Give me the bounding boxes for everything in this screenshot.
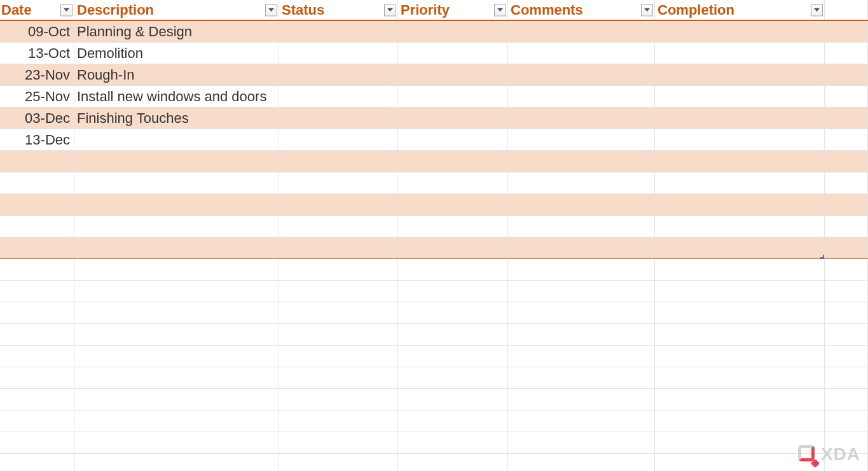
empty-cell[interactable] bbox=[655, 367, 825, 388]
cell-description[interactable] bbox=[74, 151, 279, 172]
empty-cell[interactable] bbox=[279, 411, 398, 432]
empty-cell[interactable] bbox=[825, 64, 868, 85]
cell-status[interactable] bbox=[279, 237, 398, 258]
cell-status[interactable] bbox=[279, 43, 398, 64]
empty-cell[interactable] bbox=[74, 411, 279, 432]
empty-cell[interactable] bbox=[279, 346, 398, 367]
empty-cell[interactable] bbox=[655, 259, 825, 280]
cell-completion[interactable] bbox=[655, 21, 825, 42]
cell-priority[interactable] bbox=[398, 43, 508, 64]
empty-cell[interactable] bbox=[74, 324, 279, 345]
empty-cell[interactable] bbox=[825, 259, 868, 280]
empty-cell[interactable] bbox=[0, 302, 74, 323]
cell-priority[interactable] bbox=[398, 108, 508, 129]
empty-cell[interactable] bbox=[398, 389, 508, 410]
cell-date[interactable]: 13-Dec bbox=[0, 129, 74, 150]
cell-comments[interactable] bbox=[508, 108, 655, 129]
empty-cell[interactable] bbox=[655, 389, 825, 410]
filter-button-status[interactable] bbox=[384, 4, 396, 16]
cell-priority[interactable] bbox=[398, 237, 508, 258]
cell-date[interactable]: 13-Oct bbox=[0, 43, 74, 64]
empty-cell[interactable] bbox=[825, 411, 868, 432]
empty-cell[interactable] bbox=[655, 324, 825, 345]
column-header-description[interactable]: Description bbox=[74, 0, 279, 20]
cell-priority[interactable] bbox=[398, 151, 508, 172]
empty-cell[interactable] bbox=[74, 346, 279, 367]
cell-completion[interactable] bbox=[655, 129, 825, 150]
cell-comments[interactable] bbox=[508, 216, 655, 237]
empty-cell[interactable] bbox=[398, 454, 508, 471]
empty-cell[interactable] bbox=[825, 151, 868, 172]
empty-cell[interactable] bbox=[0, 389, 74, 410]
cell-description[interactable]: Demolition bbox=[74, 43, 279, 64]
cell-priority[interactable] bbox=[398, 21, 508, 42]
filter-button-date[interactable] bbox=[60, 4, 72, 16]
cell-description[interactable] bbox=[74, 237, 279, 258]
cell-comments[interactable] bbox=[508, 194, 655, 215]
cell-comments[interactable] bbox=[508, 64, 655, 85]
empty-cell[interactable] bbox=[825, 346, 868, 367]
empty-cell[interactable] bbox=[74, 367, 279, 388]
empty-cell[interactable] bbox=[825, 216, 868, 237]
cell-date[interactable] bbox=[0, 216, 74, 237]
empty-cell[interactable] bbox=[825, 0, 868, 20]
cell-priority[interactable] bbox=[398, 172, 508, 193]
empty-cell[interactable] bbox=[825, 108, 868, 129]
empty-cell[interactable] bbox=[655, 346, 825, 367]
empty-cell[interactable] bbox=[655, 302, 825, 323]
empty-cell[interactable] bbox=[508, 346, 655, 367]
cell-description[interactable] bbox=[74, 216, 279, 237]
empty-cell[interactable] bbox=[398, 346, 508, 367]
empty-cell[interactable] bbox=[398, 324, 508, 345]
filter-button-comments[interactable] bbox=[641, 4, 653, 16]
empty-cell[interactable] bbox=[655, 281, 825, 302]
cell-status[interactable] bbox=[279, 21, 398, 42]
empty-cell[interactable] bbox=[74, 259, 279, 280]
cell-status[interactable] bbox=[279, 194, 398, 215]
empty-cell[interactable] bbox=[279, 389, 398, 410]
empty-cell[interactable] bbox=[398, 411, 508, 432]
cell-date[interactable]: 23-Nov bbox=[0, 64, 74, 85]
empty-cell[interactable] bbox=[74, 302, 279, 323]
empty-cell[interactable] bbox=[279, 302, 398, 323]
cell-completion[interactable] bbox=[655, 151, 825, 172]
cell-status[interactable] bbox=[279, 86, 398, 107]
cell-comments[interactable] bbox=[508, 86, 655, 107]
empty-cell[interactable] bbox=[825, 172, 868, 193]
empty-cell[interactable] bbox=[508, 259, 655, 280]
cell-date[interactable]: 09-Oct bbox=[0, 21, 74, 42]
cell-completion[interactable] bbox=[655, 43, 825, 64]
empty-cell[interactable] bbox=[74, 432, 279, 453]
empty-cell[interactable] bbox=[825, 21, 868, 42]
cell-description[interactable]: Planning & Design bbox=[74, 21, 279, 42]
empty-cell[interactable] bbox=[655, 411, 825, 432]
cell-completion[interactable] bbox=[655, 64, 825, 85]
cell-description[interactable]: Install new windows and doors bbox=[74, 86, 279, 107]
empty-cell[interactable] bbox=[825, 281, 868, 302]
cell-date[interactable] bbox=[0, 237, 74, 258]
cell-date[interactable]: 25-Nov bbox=[0, 86, 74, 107]
empty-cell[interactable] bbox=[279, 259, 398, 280]
empty-cell[interactable] bbox=[0, 259, 74, 280]
cell-comments[interactable] bbox=[508, 172, 655, 193]
empty-cell[interactable] bbox=[0, 346, 74, 367]
table-resize-handle-icon[interactable] bbox=[820, 254, 825, 258]
cell-status[interactable] bbox=[279, 216, 398, 237]
cell-completion[interactable] bbox=[655, 108, 825, 129]
cell-comments[interactable] bbox=[508, 21, 655, 42]
cell-description[interactable]: Rough-In bbox=[74, 64, 279, 85]
empty-cell[interactable] bbox=[74, 281, 279, 302]
empty-cell[interactable] bbox=[825, 129, 868, 150]
filter-button-completion[interactable] bbox=[811, 4, 823, 16]
empty-cell[interactable] bbox=[0, 411, 74, 432]
column-header-status[interactable]: Status bbox=[279, 0, 398, 20]
cell-description[interactable] bbox=[74, 129, 279, 150]
empty-cell[interactable] bbox=[279, 454, 398, 471]
cell-completion[interactable] bbox=[655, 194, 825, 215]
empty-cell[interactable] bbox=[398, 281, 508, 302]
empty-cell[interactable] bbox=[508, 367, 655, 388]
spreadsheet-grid[interactable]: Date Description Status Priority Comment… bbox=[0, 0, 868, 471]
empty-cell[interactable] bbox=[398, 432, 508, 453]
cell-description[interactable]: Finishing Touches bbox=[74, 108, 279, 129]
cell-status[interactable] bbox=[279, 172, 398, 193]
